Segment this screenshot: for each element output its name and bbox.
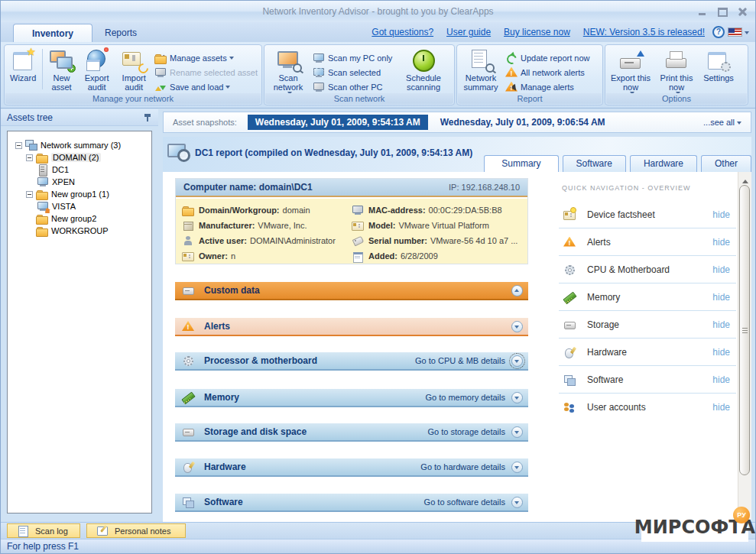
section-hardware[interactable]: Hardware Go to hardware details bbox=[175, 458, 528, 477]
tree-item-domain[interactable]: DOMAIN (2) bbox=[15, 151, 151, 164]
expand-button[interactable] bbox=[511, 497, 523, 508]
print-this-now-button[interactable]: Print this now bbox=[654, 47, 699, 95]
go-to-hardware-details-link[interactable]: Go to hardware details bbox=[420, 462, 505, 471]
collapse-icon[interactable] bbox=[15, 142, 22, 149]
see-all-link[interactable]: ...see all bbox=[703, 118, 741, 127]
tab-software[interactable]: Software bbox=[563, 155, 626, 172]
collapse-icon[interactable] bbox=[26, 154, 33, 161]
link-got-questions[interactable]: Got questions? bbox=[372, 27, 433, 37]
tab-inventory[interactable]: Inventory bbox=[13, 24, 92, 42]
collapse-button[interactable] bbox=[511, 285, 523, 296]
scrollbar-thumb[interactable] bbox=[739, 185, 750, 475]
computer-icon bbox=[352, 204, 364, 216]
star-icon bbox=[27, 47, 36, 57]
manage-assets-button[interactable]: Manage assets bbox=[152, 50, 260, 65]
hide-link[interactable]: hide bbox=[712, 237, 730, 248]
snapshot-other[interactable]: Wednesday, July 01, 2009, 9:06:54 AM bbox=[440, 117, 605, 128]
schedule-scanning-button[interactable]: Schedule scanning bbox=[401, 47, 446, 92]
expand-button[interactable] bbox=[511, 392, 523, 403]
tab-summary[interactable]: Summary bbox=[484, 155, 558, 172]
vertical-scrollbar[interactable] bbox=[738, 172, 751, 523]
tree-item-vista[interactable]: VISTA bbox=[15, 200, 151, 212]
section-software[interactable]: Software Go to software details bbox=[175, 494, 528, 512]
tree-item-new-group2[interactable]: New group2 bbox=[15, 212, 151, 225]
tree-item-xpen[interactable]: XPEN bbox=[15, 176, 151, 188]
settings-button[interactable]: Settings bbox=[699, 47, 738, 83]
go-to-software-details-link[interactable]: Go to software details bbox=[424, 497, 505, 507]
quicknav-software[interactable]: Software hide bbox=[559, 366, 736, 394]
tab-other[interactable]: Other bbox=[701, 155, 751, 172]
minimize-icon[interactable] bbox=[696, 6, 709, 17]
link-new-version[interactable]: NEW: Version 3.5 is released! bbox=[583, 27, 705, 37]
drive-icon bbox=[182, 426, 194, 438]
hide-link[interactable]: hide bbox=[712, 292, 730, 303]
quicknav-cpu-motherboard[interactable]: CPU & Motherboard hide bbox=[559, 256, 736, 283]
expand-button[interactable] bbox=[511, 355, 523, 367]
section-alerts[interactable]: Alerts bbox=[175, 318, 528, 336]
go-to-memory-details-link[interactable]: Go to memory details bbox=[425, 393, 505, 402]
field-model: Model:VMware Virtual Platform bbox=[352, 218, 521, 233]
folder-icon bbox=[36, 188, 48, 200]
manage-alerts-button[interactable]: Manage alerts bbox=[503, 79, 592, 94]
go-to-storage-details-link[interactable]: Go to storage details bbox=[427, 427, 505, 436]
hide-link[interactable]: hide bbox=[712, 209, 730, 220]
collapse-icon[interactable] bbox=[26, 191, 33, 198]
expand-button[interactable] bbox=[511, 426, 523, 438]
snapshot-selected[interactable]: Wednesday, July 01, 2009, 9:54:13 AM bbox=[248, 115, 428, 130]
scan-other-pc-button[interactable]: Scan other PC bbox=[310, 79, 401, 94]
tree-item-network-summary[interactable]: Network summary (3) bbox=[15, 139, 151, 151]
all-network-alerts-button[interactable]: All network alerts bbox=[503, 65, 592, 79]
quicknav-memory[interactable]: Memory hide bbox=[559, 283, 736, 311]
wizard-icon bbox=[11, 49, 35, 72]
ribbon-group-options: Export this now Print this now Settings … bbox=[605, 44, 748, 105]
expand-button[interactable] bbox=[511, 462, 523, 473]
printer-icon bbox=[664, 49, 689, 72]
section-memory[interactable]: Memory Go to memory details bbox=[175, 389, 528, 407]
tab-hardware[interactable]: Hardware bbox=[630, 155, 697, 172]
field-manufacturer: Manufacturer:VMware, Inc. bbox=[182, 218, 352, 233]
quicknav-device-factsheet[interactable]: Device factsheet hide bbox=[559, 201, 736, 228]
scan-small-buttons: Scan my PC only Scan selected Scan other… bbox=[310, 47, 401, 94]
pin-icon[interactable] bbox=[144, 113, 151, 122]
quicknav-alerts[interactable]: Alerts hide bbox=[559, 228, 736, 256]
scan-other-pc-icon bbox=[313, 81, 325, 93]
quicknav-hardware[interactable]: Hardware hide bbox=[559, 339, 736, 366]
update-report-button[interactable]: Update report now bbox=[503, 50, 592, 65]
hide-link[interactable]: hide bbox=[712, 319, 730, 330]
scan-network-button[interactable]: Scan network bbox=[266, 47, 310, 95]
expand-button[interactable] bbox=[511, 321, 523, 332]
quicknav-storage[interactable]: Storage hide bbox=[559, 311, 736, 339]
hide-link[interactable]: hide bbox=[712, 264, 730, 275]
tab-scan-log[interactable]: Scan log bbox=[7, 523, 80, 538]
section-processor-motherboard[interactable]: Processor & motherboard Go to CPU & MB d… bbox=[175, 352, 528, 371]
network-summary-button[interactable]: Network summary bbox=[459, 47, 503, 92]
tree-item-dc1[interactable]: DC1 bbox=[15, 164, 151, 176]
field-added: Added:6/28/2009 bbox=[352, 248, 521, 264]
hide-link[interactable]: hide bbox=[712, 374, 730, 385]
save-and-load-button[interactable]: Save and load bbox=[152, 79, 260, 94]
scroll-up-icon[interactable] bbox=[740, 173, 750, 183]
export-this-now-button[interactable]: Export this now bbox=[607, 47, 654, 95]
scan-selected-button[interactable]: Scan selected bbox=[310, 65, 401, 79]
section-storage[interactable]: Storage and disk space Go to storage det… bbox=[175, 423, 528, 442]
new-asset-button[interactable]: New asset bbox=[45, 47, 78, 92]
tab-reports[interactable]: Reports bbox=[86, 24, 155, 42]
hide-link[interactable]: hide bbox=[712, 347, 730, 358]
close-icon[interactable] bbox=[735, 6, 749, 17]
link-user-guide[interactable]: User guide bbox=[446, 27, 491, 37]
scan-my-pc-button[interactable]: Scan my PC only bbox=[310, 50, 401, 65]
help-icon[interactable] bbox=[712, 26, 725, 38]
hide-link[interactable]: hide bbox=[712, 402, 730, 413]
link-buy-license[interactable]: Buy license now bbox=[504, 27, 570, 37]
language-selector[interactable] bbox=[728, 28, 749, 37]
quick-nav-title: QUICK NAVIGATION - OVERVIEW bbox=[562, 184, 736, 192]
tree-item-new-group1[interactable]: New group1 (1) bbox=[15, 188, 151, 200]
maximize-icon[interactable] bbox=[715, 6, 729, 17]
quicknav-user-accounts[interactable]: User accounts hide bbox=[559, 394, 736, 420]
section-custom-data[interactable]: Custom data bbox=[175, 282, 528, 300]
wizard-button[interactable]: Wizard bbox=[6, 47, 40, 83]
tree-item-workgroup[interactable]: WORKGROUP bbox=[15, 225, 151, 237]
tab-personal-notes[interactable]: Personal notes bbox=[86, 523, 186, 538]
group-label-report: Report bbox=[458, 93, 602, 104]
go-to-cpu-details-link[interactable]: Go to CPU & MB details bbox=[415, 356, 505, 365]
